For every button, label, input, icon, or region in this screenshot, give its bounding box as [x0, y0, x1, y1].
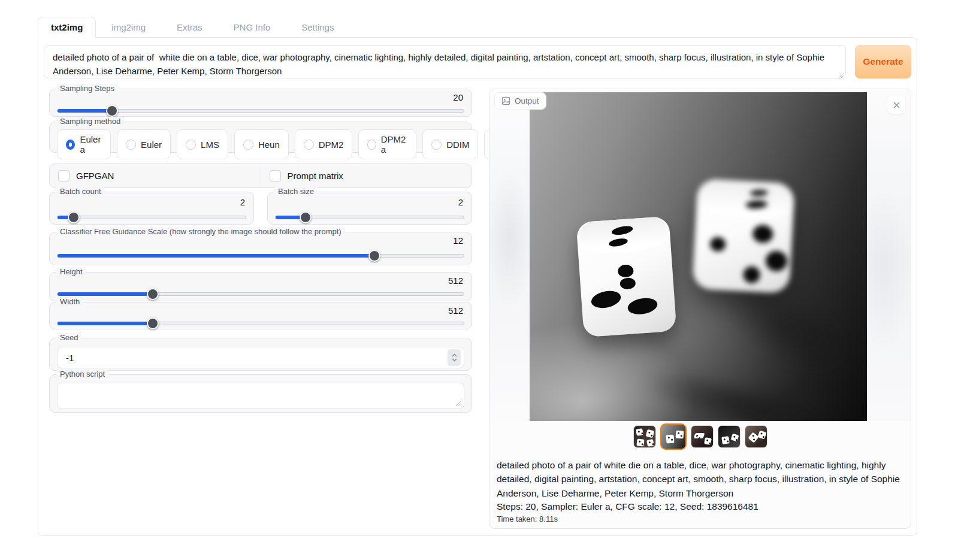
gfpgan-label: GFPGAN [76, 171, 114, 181]
tab-extras[interactable]: Extras [161, 17, 218, 37]
seed-spinner[interactable] [448, 349, 461, 366]
cfg-scale-label: Classifier Free Guidance Scale (how stro… [56, 227, 345, 236]
radio-icon [186, 140, 196, 150]
slider-handle[interactable] [68, 211, 80, 223]
output-gallery [489, 421, 911, 452]
prompt-row: detailed photo of a pair of white die on… [44, 45, 911, 81]
sd-webui-app: txt2img img2img Extras PNG Info Settings… [38, 17, 917, 536]
batch-count-slider[interactable] [57, 211, 246, 223]
sampling-method-options: Euler a Euler LMS Heun DPM2 DPM2 a DDIM … [50, 122, 472, 159]
prompt-matrix-label: Prompt matrix [288, 171, 343, 181]
feature-toggles-row: GFPGAN Prompt matrix [49, 164, 472, 188]
caption-time-taken: Time taken: 8.11s [497, 514, 903, 523]
option-label: DPM2 a [381, 134, 407, 155]
radio-icon [367, 140, 376, 150]
height-group: Height 512 [49, 272, 472, 301]
slider-fill [58, 292, 153, 296]
tab-png-info[interactable]: PNG Info [218, 17, 286, 37]
slider-fill [58, 254, 374, 258]
die-front [576, 216, 676, 337]
height-value: 512 [448, 276, 463, 286]
option-label: Heun [258, 140, 280, 150]
radio-icon [304, 140, 314, 150]
slider-handle[interactable] [106, 105, 118, 117]
gfpgan-checkbox[interactable]: GFPGAN [50, 164, 261, 187]
slider-handle[interactable] [300, 211, 312, 223]
width-slider[interactable] [57, 317, 464, 329]
slider-track[interactable] [57, 292, 464, 296]
cfg-scale-value: 12 [453, 235, 463, 246]
sampling-method-option[interactable]: Euler [117, 129, 171, 159]
width-value: 512 [448, 305, 463, 316]
tab-txt2img[interactable]: txt2img [38, 17, 96, 38]
sampling-method-option[interactable]: DPM2 [295, 129, 353, 159]
image-left-margin [489, 89, 530, 421]
option-label: DDIM [446, 140, 469, 150]
slider-track[interactable] [57, 254, 464, 258]
gallery-thumbnail[interactable] [660, 423, 687, 450]
prompt-input[interactable]: detailed photo of a pair of white die on… [44, 45, 846, 78]
slider-fill [58, 322, 153, 325]
caption-params: Steps: 20, Sampler: Euler a, CFG scale: … [497, 501, 903, 512]
height-label: Height [56, 267, 86, 276]
sampling-method-option[interactable]: DDIM [422, 129, 478, 159]
close-output-button[interactable] [887, 96, 905, 114]
slider-handle[interactable] [147, 288, 159, 300]
radio-icon [431, 140, 442, 150]
tab-img2img[interactable]: img2img [96, 17, 161, 37]
python-script-group: Python script [49, 374, 472, 413]
sampling-method-option[interactable]: LMS [177, 129, 228, 159]
image-icon [501, 96, 510, 105]
batch-row: Batch count 2 Batch size 2 [49, 192, 472, 225]
slider-track[interactable] [57, 109, 464, 113]
sampling-steps-value: 20 [453, 92, 463, 102]
slider-track[interactable] [57, 216, 246, 219]
output-caption: detailed photo of a pair of white die on… [489, 452, 911, 523]
sampling-method-option[interactable]: Euler a [57, 129, 111, 159]
tab-bar: txt2img img2img Extras PNG Info Settings [38, 17, 917, 37]
radio-icon [66, 140, 75, 150]
output-header: Output [494, 92, 546, 110]
chevron-up-icon[interactable] [452, 353, 457, 357]
caption-prompt: detailed photo of a pair of white die on… [497, 458, 903, 500]
sampling-steps-label: Sampling Steps [56, 84, 118, 93]
python-script-input[interactable] [58, 383, 464, 408]
txt2img-panel: detailed photo of a pair of white die on… [38, 37, 917, 536]
output-panel: Output [489, 89, 911, 529]
slider-fill [58, 109, 113, 113]
slider-handle[interactable] [368, 250, 380, 262]
batch-size-label: Batch size [274, 187, 318, 196]
prompt-matrix-checkbox[interactable]: Prompt matrix [261, 164, 472, 187]
checkbox-icon [270, 170, 281, 181]
batch-count-label: Batch count [56, 187, 105, 196]
gallery-thumbnail[interactable] [745, 425, 767, 448]
chevron-down-icon[interactable] [452, 358, 457, 362]
seed-input[interactable] [58, 353, 448, 363]
gallery-thumbnail[interactable] [691, 425, 714, 448]
radio-icon [243, 140, 253, 150]
die-rear [692, 178, 794, 293]
seed-group: Seed [49, 338, 472, 371]
sampling-method-group: Sampling method Euler a Euler LMS Heun D… [49, 122, 472, 153]
cfg-scale-slider[interactable] [57, 250, 464, 262]
python-script-label: Python script [56, 370, 108, 379]
output-image-area [489, 89, 911, 421]
gallery-thumbnail[interactable] [718, 425, 741, 448]
width-group: Width 512 [49, 302, 472, 329]
width-label: Width [56, 297, 83, 306]
gallery-thumbnail[interactable] [633, 425, 656, 448]
slider-track[interactable] [57, 322, 464, 325]
option-label: LMS [201, 140, 219, 150]
tab-settings[interactable]: Settings [286, 17, 349, 37]
slider-handle[interactable] [147, 317, 159, 329]
batch-size-slider[interactable] [275, 211, 464, 223]
sampling-steps-group: Sampling Steps 20 [49, 89, 472, 117]
batch-size-group: Batch size 2 [267, 192, 472, 225]
sampling-method-option[interactable]: Heun [234, 129, 289, 159]
generate-button[interactable]: Generate [855, 45, 911, 78]
option-label: Euler [141, 140, 162, 150]
height-slider[interactable] [57, 288, 464, 300]
batch-size-value: 2 [458, 197, 463, 207]
sampling-steps-slider[interactable] [57, 105, 464, 117]
sampling-method-option[interactable]: DPM2 a [358, 129, 416, 159]
